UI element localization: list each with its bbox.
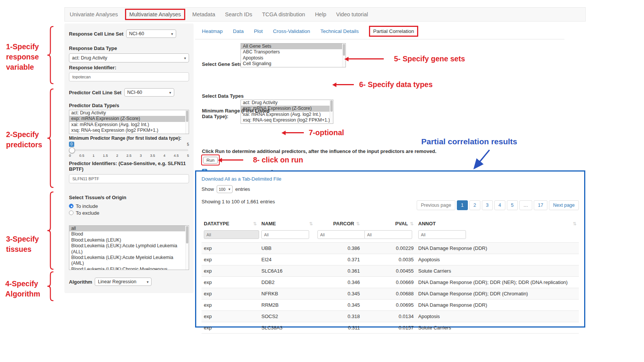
response-data-type-select[interactable]: act: Drug Activity ▾ [69,53,189,62]
predictor-set-label: Predictor Cell Line Set [69,90,122,95]
response-set-select[interactable]: NCI-60 ▾ [126,30,176,38]
tab-partial-correlation[interactable]: Partial Correlation [369,26,418,37]
list-option[interactable]: xsq: RNA-seq Expression (log2 FPKM+1.) [69,128,189,133]
cell-datatype: exp [202,265,259,277]
table-row[interactable]: exp SOCS2 0.318 0.0134 Apoptosis [202,311,579,322]
page-button-3[interactable]: 3 [482,200,493,210]
list-option-selected[interactable]: All Gene Sets [241,44,345,49]
page-button-1[interactable]: 1 [457,200,468,210]
list-option[interactable]: Blood:Leukemia (LEUK):Acute Lymphoid Leu… [69,243,189,255]
algorithm-select[interactable]: Linear Regression ▾ [95,278,152,286]
previous-page-button[interactable]: Previous page [417,200,455,210]
scrollbar[interactable] [330,100,333,123]
cell-parcor: 0.345 [315,288,362,300]
cell-parcor: 0.386 [315,243,362,254]
scrollbar[interactable] [185,110,189,134]
next-page-button[interactable]: Next page [549,200,579,210]
cell-annot: Apoptosis [416,311,579,322]
tab-heatmap[interactable]: Heatmap [202,28,223,34]
nav-item-search-ids[interactable]: Search IDs [220,8,257,21]
filter-annot-input[interactable] [418,230,466,239]
scrollbar-thumb[interactable] [343,44,345,56]
tab-technical-details[interactable]: Technical Details [320,28,359,34]
sort-icon[interactable]: ⇅ [573,221,577,226]
tab-plot[interactable]: Plot [254,28,263,34]
column-header-parcor[interactable]: PARCOR⇅ [315,218,362,229]
entries-count-select[interactable]: 100 ▾ [217,185,233,193]
table-row[interactable]: exp SLC6A16 0.361 0.00455 Solute Carrier… [202,265,579,277]
filter-name-input[interactable] [261,230,309,239]
column-header-datatype[interactable]: DATATYPE⇅ [202,218,259,229]
annotation-step1: 1-Specify response variable [6,42,39,72]
column-header-pval[interactable]: PVAL⇅ [362,218,416,229]
header-label: NAME [261,221,276,226]
scrollbar[interactable] [342,44,345,67]
list-option[interactable]: Blood:Leukemia (LEUK):Acute Myeloid Leuk… [69,255,189,267]
filter-pval-input[interactable] [364,230,412,239]
filter-parcor-input[interactable] [317,230,365,239]
cell-pval: 0.00455 [362,265,416,277]
sort-icon[interactable]: ⇅ [410,221,414,226]
radio-to-exclude[interactable]: To exclude [69,209,189,216]
list-option[interactable]: Blood:Leukemia (LEUK) [69,237,189,243]
tab-cross-validation[interactable]: Cross-Validation [273,28,310,34]
table-row[interactable]: exp RRM2B 0.345 0.00695 DNA Damage Respo… [202,300,579,311]
predictor-identifiers-input[interactable] [69,174,189,183]
response-set-label: Response Cell Line Set [69,31,123,37]
column-header-name[interactable]: NAME⇅ [259,218,315,229]
header-label: DATATYPE [204,221,229,226]
list-option[interactable]: Blood:Leukemia (LEUK):Chronic Myelogenou… [69,267,189,270]
sort-icon[interactable]: ⇅ [309,221,313,226]
page-button-5[interactable]: 5 [507,200,518,210]
nav-item-help[interactable]: Help [310,8,331,21]
slider-handle[interactable] [69,147,75,153]
entries-label: entries [235,186,250,192]
red-highlight-box: Run [201,154,220,165]
list-option-selected[interactable]: all [69,226,189,231]
scrollbar-thumb[interactable] [330,100,333,112]
list-option[interactable]: act: Drug Activity [69,110,189,116]
slider-tick: 1.5 [103,153,108,158]
list-option[interactable]: Blood [69,231,189,237]
scrollbar-thumb[interactable] [186,226,188,243]
cell-annot: Apoptosis [416,254,579,265]
cell-name: UBB [259,243,315,254]
sort-icon[interactable]: ⇅ [253,221,257,226]
run-button[interactable]: Run [203,157,218,164]
scrollbar[interactable] [185,226,189,270]
table-row[interactable]: exp NFRKB 0.345 0.00688 DNA Damage Respo… [202,288,579,300]
radio-to-include[interactable]: To include [69,203,189,209]
page-button-2[interactable]: 2 [469,200,480,210]
page-button-4[interactable]: 4 [494,200,505,210]
column-header-annot[interactable]: ANNOT⇅ [416,218,579,229]
gene-sets-listbox: All Gene Sets ABC Transporters Apoptosis… [241,43,346,67]
table-row[interactable]: exp SLC38A3 0.311 0.0157 Solute Carriers [202,322,579,334]
tab-data[interactable]: Data [233,28,244,34]
table-row[interactable]: exp EI24 0.371 0.0035 Apoptosis [202,254,579,265]
scrollbar-thumb[interactable] [186,111,188,122]
nav-item-univariate-analyses[interactable]: Univariate Analyses [65,8,123,21]
slider-track[interactable] [70,149,188,151]
nav-item-video-tutorial[interactable]: Video tutorial [331,8,373,21]
min-range-label: Minimum Range (First Listed Data Type): [202,108,269,119]
response-identifier-input[interactable] [69,72,189,81]
nav-item-tcga-distribution[interactable]: TCGA distribution [257,8,310,21]
sort-icon[interactable]: ⇅ [356,221,360,226]
list-option[interactable]: Cell Signaling [241,61,345,67]
table-row[interactable]: exp DDB2 0.346 0.00669 DNA Damage Respon… [202,277,579,288]
download-link[interactable]: Download All as a Tab-Delimited File [202,176,281,182]
nav-item-metadata[interactable]: Metadata [188,8,220,21]
list-option[interactable]: Apoptosis [241,55,345,61]
list-option[interactable]: xai: mRNA Expression (Avg. log2 Int.) [69,122,189,128]
table-row[interactable]: exp UBB 0.386 0.00229 DNA Damage Respons… [202,243,579,254]
nav-item-multivariate-analyses[interactable]: Multivariate Analyses [123,8,187,21]
list-option-selected[interactable]: exp: mRNA Expression (Z-Score) [69,116,189,122]
filter-datatype-input[interactable] [204,230,259,239]
predictor-set-select[interactable]: NCI-60 ▾ [124,88,174,97]
curly-brace-icon [46,191,55,270]
list-option[interactable]: ABC Transporters [241,49,345,55]
cell-annot: DNA Damage Response (DDR); DDR (NER); DD… [416,277,579,288]
list-option[interactable]: act: Drug Activity [241,100,333,106]
slider-tick: 4 [163,153,165,158]
page-button-17[interactable]: 17 [534,200,547,210]
